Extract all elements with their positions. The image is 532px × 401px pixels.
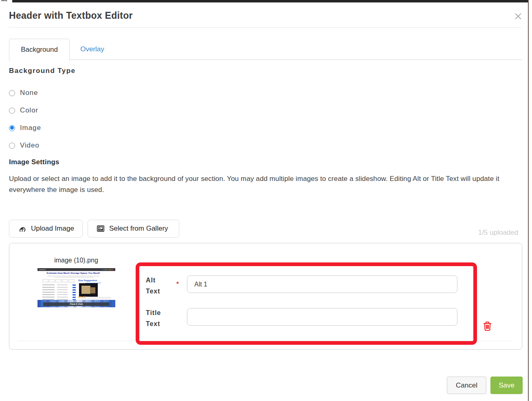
save-button[interactable]: Save: [490, 377, 523, 394]
close-icon: [514, 12, 523, 22]
select-from-gallery-button[interactable]: Select from Gallery: [88, 220, 179, 238]
background-type-heading: Background Type: [9, 67, 75, 75]
gallery-image-icon: [96, 224, 105, 233]
thumbnail-browser-bar: [37, 268, 115, 271]
title-text-input[interactable]: [187, 308, 457, 326]
image-thumbnail: Estimate How Much Storage Space You Need…: [37, 268, 115, 307]
cancel-button[interactable]: Cancel: [447, 377, 486, 394]
tab-overlay[interactable]: Overlay: [69, 39, 116, 60]
title-text-label: Title Text: [146, 307, 168, 329]
modal-title: Header with Textbox Editor: [9, 10, 133, 21]
radio-option-color[interactable]: Color: [9, 106, 38, 115]
radio-label-video: Video: [20, 141, 40, 150]
header-textbox-editor-modal: Header with Textbox Editor Background Ov…: [0, 2, 528, 401]
image-settings-heading: Image Settings: [9, 158, 59, 166]
radio-option-video[interactable]: Video: [9, 141, 40, 150]
upload-image-label: Upload Image: [31, 225, 74, 233]
tab-background[interactable]: Background: [9, 39, 70, 61]
image-filename: image (10).png: [40, 257, 113, 264]
upload-count: 1/5 uploaded: [478, 229, 518, 237]
alt-text-label: Alt Text: [146, 275, 168, 297]
radio-label-color: Color: [20, 106, 38, 115]
radio-circle-image-selected: [9, 125, 15, 131]
thumbnail-tabs: [42, 279, 75, 282]
title-divider: [9, 27, 522, 28]
close-button[interactable]: [513, 11, 523, 22]
trash-icon: [482, 327, 492, 333]
upload-image-button[interactable]: Upload Image: [9, 220, 83, 238]
radio-label-image: Image: [20, 124, 41, 132]
cancel-label: Cancel: [456, 381, 477, 389]
thumbnail-find-a-unit-button: Find A Unit: [43, 302, 110, 306]
image-entry-divider: [18, 341, 513, 341]
radio-option-image[interactable]: Image: [9, 123, 41, 133]
alt-text-input[interactable]: [187, 275, 457, 293]
thumbnail-storage-unit-image: [79, 283, 98, 297]
required-asterisk: *: [176, 280, 179, 287]
thumbnail-size-suggestion: Size Suggestion: [78, 279, 97, 282]
tab-overlay-label: Overlay: [80, 45, 104, 53]
save-label: Save: [499, 381, 514, 389]
thumbnail-size-value: 10'x10': [78, 296, 86, 298]
tab-background-label: Background: [21, 46, 58, 53]
radio-circle-video: [9, 143, 15, 149]
select-from-gallery-label: Select from Gallery: [109, 225, 168, 233]
thumbnail-heading: Estimate How Much Storage Space You Need…: [41, 272, 106, 274]
window-frame-edge: [528, 0, 529, 401]
cloud-upload-icon: [18, 224, 27, 234]
radio-circle-none: [9, 90, 15, 96]
radio-label-none: None: [20, 89, 38, 97]
delete-image-button[interactable]: [481, 321, 493, 333]
radio-option-none[interactable]: None: [9, 88, 38, 98]
image-settings-description: Upload or select an image to add it to t…: [9, 173, 519, 195]
radio-circle-color: [9, 108, 15, 114]
